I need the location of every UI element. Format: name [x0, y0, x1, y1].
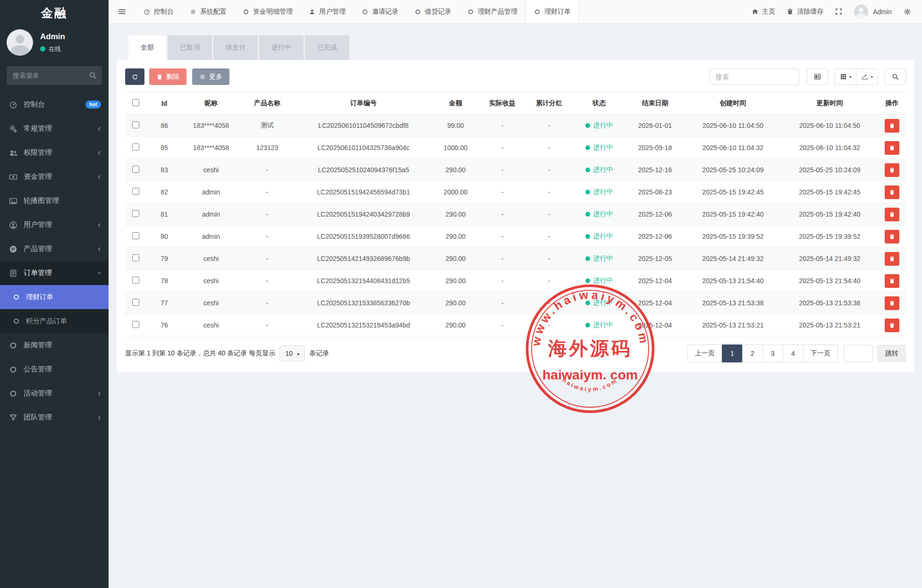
- export-button[interactable]: ▾: [856, 68, 878, 85]
- row-delete-button[interactable]: [885, 230, 899, 244]
- cell-operate: [878, 292, 906, 314]
- row-delete-button[interactable]: [885, 274, 899, 288]
- row-checkbox[interactable]: [132, 143, 139, 151]
- filter-tab-0[interactable]: 全部: [128, 35, 166, 60]
- page-size-select[interactable]: 10 ▴: [279, 345, 305, 361]
- row-checkbox[interactable]: [132, 166, 139, 173]
- cell-updated-at: 2025-06-10 11:04:32: [781, 137, 878, 159]
- sidebar-item-score-order[interactable]: 积分产品订单: [0, 309, 109, 333]
- nav-tab-system-config[interactable]: 系统配置: [182, 0, 235, 23]
- row-delete-button[interactable]: [885, 185, 899, 199]
- cell-nickname: ceshi: [183, 159, 239, 181]
- cell-status: 进行中: [573, 292, 626, 314]
- filter-tab-1[interactable]: 已取消: [168, 35, 212, 60]
- sidebar-toggle-button[interactable]: [109, 0, 135, 23]
- row-checkbox[interactable]: [132, 254, 139, 261]
- cell-updated-at: 2025-05-25 10:24:09: [781, 159, 878, 181]
- top-navbar: 控制台系统配置资金明细管理用户管理邀请记录借贷记录理财产品管理理财订单 主页 清…: [109, 0, 922, 24]
- nav-tab-label: 理财产品管理: [478, 8, 517, 16]
- table-search-input[interactable]: [710, 68, 799, 85]
- page-button-3[interactable]: 3: [762, 344, 783, 362]
- home-link[interactable]: 主页: [752, 8, 775, 16]
- sidebar-item-banner[interactable]: 轮播图管理: [0, 189, 109, 213]
- nav-tab-loan-record[interactable]: 借贷记录: [406, 0, 459, 23]
- gear-icon: [190, 8, 196, 15]
- cell-nickname: admin: [183, 226, 239, 248]
- nav-tab-fund-detail[interactable]: 资金明细管理: [235, 0, 301, 23]
- user-menu[interactable]: Admin: [854, 5, 892, 19]
- sidebar-item-auth[interactable]: 权限管理‹: [0, 141, 109, 165]
- cell-product-name: -: [239, 248, 295, 270]
- search-toggle-button[interactable]: [885, 68, 906, 85]
- status-badge: 进行中: [585, 210, 613, 218]
- cell-created-at: 2025-06-10 11:04:32: [685, 137, 781, 159]
- columns-button[interactable]: ▾: [835, 68, 857, 85]
- refresh-button[interactable]: [125, 68, 144, 85]
- sidebar-item-fund[interactable]: 资金管理‹: [0, 165, 109, 189]
- table-row: 81admin-LC202505151942403429728b9290.00-…: [125, 203, 906, 226]
- nav-tab-dashboard[interactable]: 控制台: [135, 0, 182, 23]
- page-button-1[interactable]: 1: [722, 344, 743, 362]
- row-delete-button[interactable]: [885, 319, 899, 332]
- row-delete-button[interactable]: [885, 208, 899, 221]
- nav-tab-finance-product[interactable]: 理财产品管理: [459, 0, 525, 23]
- sidebar-item-user[interactable]: 用户管理‹: [0, 213, 109, 237]
- delete-button[interactable]: 删除: [149, 68, 186, 85]
- navbar-user-name: Admin: [873, 8, 892, 16]
- row-checkbox[interactable]: [132, 321, 139, 328]
- cell-product-name: 123123: [239, 137, 295, 159]
- sidebar-search-input[interactable]: [7, 66, 102, 85]
- next-page-button[interactable]: 下一页: [803, 344, 838, 362]
- sidebar-item-team[interactable]: 团队管理‹: [0, 405, 109, 429]
- fullscreen-icon[interactable]: [835, 8, 843, 16]
- sidebar-item-general[interactable]: 常规管理‹: [0, 117, 109, 141]
- row-delete-button[interactable]: [885, 296, 899, 310]
- settings-cogs-icon[interactable]: [903, 8, 912, 16]
- page-button-4[interactable]: 4: [783, 344, 804, 362]
- sidebar-item-activity[interactable]: 活动管理‹: [0, 381, 109, 405]
- more-button[interactable]: 更多: [192, 68, 229, 85]
- page-jump-input[interactable]: [844, 345, 873, 362]
- row-delete-button[interactable]: [885, 119, 899, 133]
- row-checkbox[interactable]: [132, 299, 139, 306]
- row-delete-button[interactable]: [885, 252, 899, 266]
- cell-id: 78: [146, 270, 183, 292]
- status-dot: [585, 323, 590, 328]
- status-dot: [585, 212, 590, 217]
- select-all-checkbox[interactable]: [132, 99, 139, 106]
- records-summary: 显示第 1 到第 10 条记录，总共 40 条记录 每页显示: [125, 349, 275, 358]
- cell-operate: [878, 203, 906, 226]
- cell-operate: [878, 181, 906, 203]
- sidebar-item-order[interactable]: 订单管理‹: [0, 261, 109, 285]
- cell-order-no: LC202505151942403429728b9: [295, 203, 432, 226]
- nav-tab-invite-record[interactable]: 邀请记录: [354, 0, 406, 23]
- row-checkbox[interactable]: [132, 188, 139, 195]
- more-button-label: 更多: [209, 73, 222, 81]
- row-checkbox[interactable]: [132, 277, 139, 284]
- detail-view-button[interactable]: [807, 68, 828, 85]
- sidebar: 金融 Admin 在线 控制台hot常规管理‹权限管理‹资金管理‹轮播图管理用户…: [0, 0, 109, 588]
- row-delete-button[interactable]: [885, 141, 899, 155]
- row-checkbox[interactable]: [132, 210, 139, 217]
- page-button-2[interactable]: 2: [742, 344, 763, 362]
- row-checkbox[interactable]: [132, 121, 139, 128]
- sidebar-item-notice[interactable]: 公告管理: [0, 357, 109, 381]
- sidebar-item-product[interactable]: P产品管理‹: [0, 237, 109, 261]
- row-checkbox[interactable]: [132, 232, 139, 239]
- clear-cache-link[interactable]: 清除缓存: [787, 8, 823, 16]
- nav-tab-finance-order[interactable]: 理财订单: [525, 0, 579, 23]
- cell-product-name: -: [239, 292, 295, 314]
- filter-tab-4[interactable]: 已完成: [305, 35, 349, 60]
- page-jump-button[interactable]: 跳转: [878, 345, 906, 362]
- row-delete-button[interactable]: [885, 163, 899, 177]
- sidebar-item-news[interactable]: 新闻管理: [0, 333, 109, 357]
- status-badge: 进行中: [585, 254, 613, 263]
- avatar[interactable]: [7, 29, 33, 56]
- sidebar-item-dashboard[interactable]: 控制台hot: [0, 92, 109, 117]
- nav-tab-user-manage[interactable]: 用户管理: [301, 0, 354, 23]
- filter-tab-3[interactable]: 进行中: [259, 35, 304, 60]
- filter-tab-2[interactable]: 待支付: [213, 35, 258, 60]
- search-icon: [892, 73, 899, 80]
- prev-page-button[interactable]: 上一页: [687, 344, 722, 362]
- sidebar-item-finance-order[interactable]: 理财订单: [0, 285, 109, 309]
